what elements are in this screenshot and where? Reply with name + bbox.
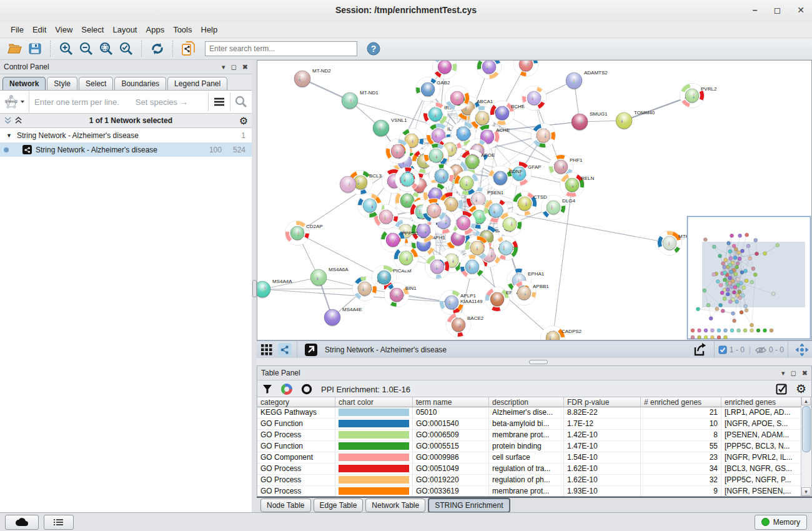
network-node[interactable]: BCHE: [490, 101, 525, 126]
tab-string-enrichment[interactable]: STRING Enrichment: [428, 498, 510, 513]
table-row[interactable]: GO ProcessGO:0006509membrane prot...1.42…: [257, 430, 811, 441]
memory-button[interactable]: Memory: [755, 515, 807, 530]
zoom-in-icon[interactable]: [57, 41, 75, 57]
network-node[interactable]: CADPS2: [541, 326, 582, 340]
network-node[interactable]: [484, 199, 508, 223]
network-node[interactable]: [532, 124, 556, 148]
enrichment-chart-icon[interactable]: [281, 384, 292, 395]
save-session-icon[interactable]: [26, 41, 44, 57]
network-node[interactable]: [514, 61, 538, 77]
collapse-all-icon[interactable]: [4, 117, 12, 124]
tab-network[interactable]: Network: [2, 77, 46, 90]
string-options-icon[interactable]: [208, 92, 230, 111]
network-node[interactable]: TOMM40: [616, 110, 655, 130]
close-button[interactable]: ✕: [797, 4, 805, 16]
column-header-1[interactable]: chart color: [335, 397, 413, 407]
string-term-input[interactable]: Enter one term per line.: [34, 97, 119, 107]
network-node[interactable]: RELN: [560, 173, 595, 197]
network-node[interactable]: [522, 86, 547, 111]
open-session-icon[interactable]: [6, 41, 24, 57]
table-panel-menu-icon[interactable]: ▾: [781, 369, 785, 377]
tab-network-table[interactable]: Network Table: [365, 499, 425, 512]
ring-chart-icon[interactable]: [301, 384, 312, 395]
zoom-selected-icon[interactable]: [117, 41, 135, 57]
network-canvas[interactable]: MT-ND2MT-ND1VSNL1GAB2IRS1ABCA1CHATBCHEIL…: [257, 61, 811, 340]
network-node[interactable]: BIN1: [385, 283, 417, 307]
maximize-button[interactable]: ◻: [774, 4, 781, 16]
help-icon[interactable]: ?: [365, 41, 382, 57]
tab-edge-table[interactable]: Edge Table: [314, 499, 364, 512]
menu-layout[interactable]: Layout: [108, 23, 141, 36]
task-history-icon[interactable]: [44, 515, 74, 530]
tab-boundaries[interactable]: Boundaries: [114, 77, 166, 90]
network-node[interactable]: [386, 139, 410, 164]
cloud-tasks-icon[interactable]: [5, 515, 39, 530]
tree-expand-icon[interactable]: ▼: [6, 132, 12, 139]
table-scrollbar[interactable]: ▲ ▼: [801, 397, 811, 496]
network-node[interactable]: CD2AP: [285, 221, 323, 246]
table-row[interactable]: GO ComponentGO:0009986cell surface1.54E-…: [257, 452, 811, 464]
menu-tools[interactable]: Tools: [169, 23, 196, 36]
birds-eye-view[interactable]: [688, 217, 811, 340]
scrollbar-thumb[interactable]: [802, 406, 811, 452]
scroll-up-arrow[interactable]: ▲: [801, 397, 811, 405]
network-node[interactable]: [460, 255, 485, 279]
string-search-icon[interactable]: [230, 92, 252, 111]
panel-divider[interactable]: [252, 60, 257, 512]
network-node[interactable]: APBB1: [512, 281, 550, 305]
tab-style[interactable]: Style: [47, 77, 77, 90]
table-row[interactable]: GO ProcessGO:0051049regulation of tra...…: [257, 464, 811, 475]
birdseye-toggle-icon[interactable]: [302, 342, 320, 358]
column-header-2[interactable]: term name: [413, 397, 489, 407]
network-node[interactable]: [494, 236, 518, 261]
network-node[interactable]: BACE2: [447, 313, 484, 337]
zoom-fit-icon[interactable]: [97, 41, 115, 57]
column-header-3[interactable]: description: [489, 397, 564, 407]
table-row[interactable]: GO FunctionGO:0001540beta-amyloid bi...1…: [257, 419, 811, 430]
menu-file[interactable]: File: [6, 23, 28, 36]
network-node[interactable]: [477, 61, 502, 79]
menu-view[interactable]: View: [51, 23, 77, 36]
network-tree-root[interactable]: ▼ String Network - Alzheimer's disease 1: [0, 128, 252, 142]
export-network-icon[interactable]: [691, 342, 709, 358]
network-node[interactable]: [340, 176, 356, 194]
network-options-gear-icon[interactable]: ⚙: [239, 115, 248, 127]
panel-menu-icon[interactable]: ▾: [222, 63, 225, 71]
network-node[interactable]: MT-ND2: [294, 68, 331, 88]
scroll-down-arrow[interactable]: ▼: [801, 487, 811, 496]
filter-icon[interactable]: [262, 384, 272, 394]
refresh-icon[interactable]: [149, 41, 166, 57]
network-node[interactable]: [455, 171, 479, 196]
network-node[interactable]: ADAMTS2: [566, 70, 608, 90]
menu-select[interactable]: Select: [77, 23, 108, 36]
tab-legend-panel[interactable]: Legend Panel: [167, 77, 227, 90]
table-row[interactable]: KEGG Pathways05010Alzheimer's dise...8.8…: [257, 407, 811, 419]
select-columns-icon[interactable]: [776, 384, 787, 395]
table-row[interactable]: GO ProcessGO:0033619membrane prot...1.93…: [257, 486, 811, 496]
network-node[interactable]: [395, 167, 420, 192]
tab-node-table[interactable]: Node Table: [260, 499, 311, 512]
tab-select[interactable]: Select: [79, 77, 113, 90]
search-input[interactable]: [205, 41, 357, 56]
table-settings-gear-icon[interactable]: ⚙: [796, 384, 806, 394]
network-node[interactable]: MS4A4E: [324, 307, 362, 327]
column-header-5[interactable]: # enriched genes: [641, 397, 721, 407]
network-node[interactable]: PVRL2: [680, 84, 717, 108]
grid-view-icon[interactable]: [258, 342, 275, 358]
menu-edit[interactable]: Edit: [28, 23, 51, 36]
table-row[interactable]: GO FunctionGO:0005515protein binding1.47…: [257, 441, 811, 452]
network-node[interactable]: [498, 212, 522, 237]
column-header-0[interactable]: category: [257, 397, 335, 407]
expand-all-icon[interactable]: [14, 117, 22, 124]
network-share-view-icon[interactable]: [278, 343, 292, 357]
network-node[interactable]: [433, 61, 457, 79]
network-node[interactable]: MS4A4A: [257, 279, 292, 299]
column-header-6[interactable]: enriched genes: [721, 397, 803, 407]
table-panel-close-icon[interactable]: ✖: [802, 369, 808, 377]
network-node[interactable]: [424, 144, 448, 168]
panel-close-icon[interactable]: ✖: [242, 63, 248, 71]
network-tree-item[interactable]: String Network - Alzheimer's disease 100…: [0, 142, 252, 157]
pan-navigate-icon[interactable]: [793, 342, 811, 358]
set-species-label[interactable]: Set species →: [136, 97, 188, 107]
network-node[interactable]: [394, 246, 418, 270]
